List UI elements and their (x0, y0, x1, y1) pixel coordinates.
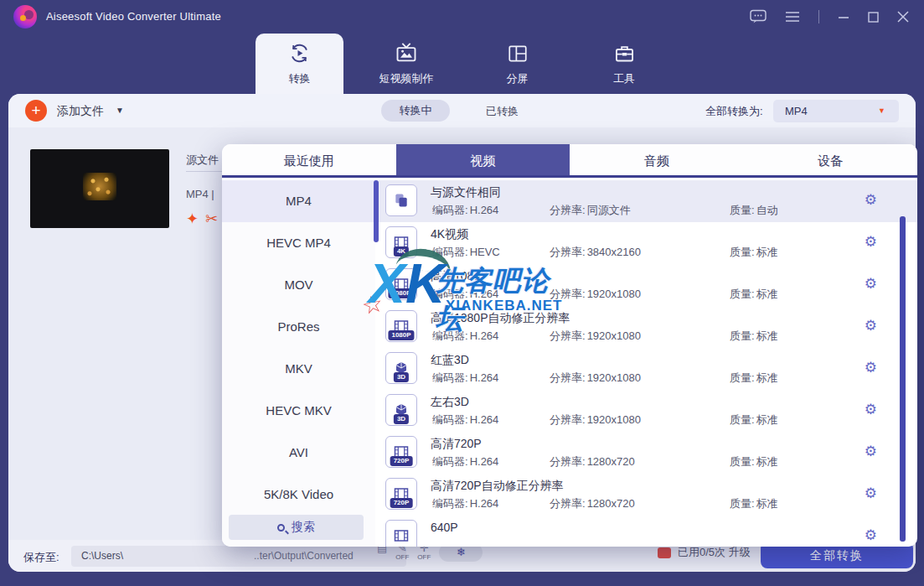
toolbox-icon (613, 41, 636, 65)
tab-split-screen[interactable]: 分屏 (469, 34, 565, 94)
edit-effect-icons[interactable]: ✦✂ (186, 210, 225, 228)
output-format-value: MP4 (785, 105, 808, 117)
split-screen-icon (507, 41, 529, 65)
sidebar-item-prores[interactable]: ProRes (222, 306, 375, 348)
settings-gear-icon[interactable]: ⚙ (865, 318, 877, 334)
convert-icon (288, 41, 311, 65)
film-1080p-icon: 1080P (385, 268, 417, 300)
source-format-label: MP4 | (186, 188, 214, 200)
sidebar-item-mkv[interactable]: MKV (222, 348, 375, 390)
settings-gear-icon[interactable]: ⚙ (865, 360, 877, 376)
close-icon[interactable] (897, 11, 909, 23)
output-format-select[interactable]: MP4 ▼ (773, 100, 899, 122)
main-nav: 转换 短视频制作 分屏 (256, 34, 683, 94)
settings-gear-icon[interactable]: ⚙ (865, 192, 877, 209)
settings-gear-icon[interactable]: ⚙ (865, 276, 877, 293)
search-label: 搜索 (292, 520, 315, 535)
settings-gear-icon[interactable]: ⚙ (865, 234, 877, 251)
sidebar-item-avi[interactable]: AVI (222, 432, 375, 474)
cube-3d-icon: 3D (385, 352, 417, 384)
titlebar: Aiseesoft Video Converter Ultimate (0, 0, 924, 34)
menu-hamburger-icon[interactable] (785, 11, 800, 23)
convert-all-to-label: 全部转换为: (705, 104, 763, 119)
format-row-same-as-source[interactable]: 与源文件相同 编码器:H.264 分辨率:同源文件 质量:自动 ⚙ (379, 180, 917, 222)
add-file-label[interactable]: 添加文件 (57, 104, 104, 119)
maximize-icon[interactable] (868, 12, 879, 23)
film-4k-icon: 4K (385, 226, 417, 258)
short-video-icon (395, 41, 418, 65)
format-row-1080p-auto[interactable]: 1080P 高清1080P自动修正分辨率 编码器:H.264 分辨率:1920x… (379, 306, 917, 348)
sidebar-item-hevc-mp4[interactable]: HEVC MP4 (222, 222, 375, 264)
sidebar-item-mov[interactable]: MOV (222, 264, 375, 306)
tab-short-video-label: 短视频制作 (379, 71, 434, 86)
save-to-label: 保存至: (23, 550, 59, 565)
tab-converted[interactable]: 已转换 (486, 104, 519, 119)
popup-tab-video[interactable]: 视频 (396, 144, 570, 175)
source-file-header: 源文件 (186, 153, 219, 168)
settings-gear-icon[interactable]: ⚙ (865, 443, 877, 460)
film-1080p-icon: 1080P (385, 310, 417, 342)
minimize-icon[interactable] (838, 11, 849, 23)
settings-gear-icon[interactable]: ⚙ (865, 485, 877, 502)
film-720p-icon: 720P (385, 436, 417, 468)
app-title: Aiseesoft Video Converter Ultimate (46, 10, 221, 23)
save-path-left: C:\Users\ (81, 550, 123, 562)
format-sidebar: MP4 HEVC MP4 MOV ProRes MKV HEVC MKV AVI… (222, 180, 375, 547)
same-as-source-icon (385, 184, 417, 216)
tab-split-screen-label: 分屏 (507, 71, 529, 86)
format-row-720p-auto[interactable]: 720P 高清720P自动修正分辨率 编码器:H.264 分辨率:1280x72… (379, 474, 917, 516)
format-row-anaglyph-3d[interactable]: 3D 红蓝3D 编码器:H.264 分辨率:1920x1080 质量:标准 ⚙ (379, 348, 917, 390)
add-file-caret-icon[interactable]: ▼ (116, 106, 124, 115)
sidebar-item-5k8k[interactable]: 5K/8K Video (222, 474, 375, 516)
video-thumbnail[interactable] (30, 149, 169, 228)
format-list-scrollbar[interactable] (900, 216, 906, 542)
format-popup-tabs: 最近使用 视频 音频 设备 (222, 144, 917, 178)
toolbar: + 添加文件 ▼ 转换中 已转换 全部转换为: MP4 ▼ (8, 94, 916, 127)
tab-toolbox-label: 工具 (613, 71, 635, 86)
tab-converting[interactable]: 转换中 (381, 100, 450, 122)
tab-convert[interactable]: 转换 (256, 34, 343, 94)
tab-toolbox[interactable]: 工具 (565, 34, 683, 94)
feedback-bubble-icon[interactable] (750, 9, 767, 24)
app-logo-icon (13, 5, 37, 29)
settings-gear-icon[interactable]: ⚙ (865, 527, 877, 544)
save-path-right: ..ter\Output\Converted (254, 550, 354, 562)
format-caret-icon: ▼ (878, 106, 885, 115)
popup-tab-recent[interactable]: 最近使用 (222, 144, 396, 175)
popup-tab-device[interactable]: 设备 (744, 144, 918, 175)
tab-short-video[interactable]: 短视频制作 (343, 34, 469, 94)
format-popup: 最近使用 视频 音频 设备 MP4 HEVC MP4 MOV ProRes MK… (222, 144, 917, 547)
trial-usage-icon (658, 547, 671, 558)
format-row-1080p[interactable]: 1080P 高清1080P 编码器:H.264 分辨率:1920x1080 质量… (379, 264, 917, 306)
titlebar-separator (818, 10, 819, 23)
format-row-640p[interactable]: 640P ⚙ (379, 516, 917, 547)
format-row-720p[interactable]: 720P 高清720P 编码器:H.264 分辨率:1280x720 质量:标准… (379, 432, 917, 474)
film-720p-icon: 720P (385, 478, 417, 510)
sidebar-item-hevc-mkv[interactable]: HEVC MKV (222, 390, 375, 432)
format-row-sbs-3d[interactable]: 3D 左右3D 编码器:H.264 分辨率:1920x1080 质量:标准 ⚙ (379, 390, 917, 432)
tab-convert-label: 转换 (289, 71, 311, 86)
format-row-4k[interactable]: 4K 4K视频 编码器:HEVC 分辨率:3840x2160 质量:标准 ⚙ (379, 222, 917, 264)
add-file-button[interactable]: + (25, 100, 47, 122)
cube-3d-icon: 3D (385, 394, 417, 426)
sidebar-item-mp4[interactable]: MP4 (222, 180, 375, 222)
search-icon (277, 524, 285, 532)
save-path-input[interactable]: C:\Users\ ..ter\Output\Converted (71, 546, 406, 567)
format-list: 与源文件相同 编码器:H.264 分辨率:同源文件 质量:自动 ⚙ 4K 4K视… (379, 180, 917, 547)
thumbnail-emblem (83, 173, 116, 200)
popup-tab-audio[interactable]: 音频 (570, 144, 744, 175)
search-button[interactable]: 搜索 (229, 515, 364, 540)
settings-gear-icon[interactable]: ⚙ (865, 402, 877, 418)
film-640p-icon (385, 520, 417, 547)
